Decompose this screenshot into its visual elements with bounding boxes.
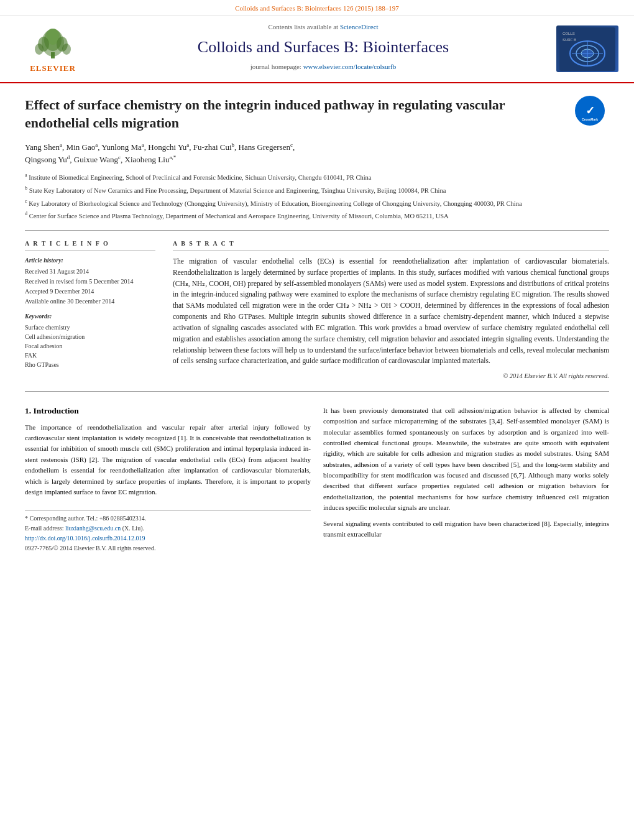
corresponding-author: * Corresponding author. Tel.: +86 028854…	[25, 514, 311, 523]
history-label: Article history:	[25, 256, 155, 265]
intro-para-1: The importance of reendothelialization a…	[25, 422, 311, 498]
elsevier-brand-text: ELSEVIER	[30, 63, 76, 74]
homepage-line: journal homepage: www.elsevier.com/locat…	[101, 62, 546, 72]
journal-citation-text: Colloids and Surfaces B: Biointerfaces 1…	[235, 4, 399, 12]
affiliation-b: b State Key Laboratory of New Ceramics a…	[25, 185, 609, 196]
crossmark-icon: ✓ CrossMark	[575, 96, 605, 126]
email-line: E-mail address: liuxianhg@scu.edu.cn (X.…	[25, 524, 311, 533]
info-abstract-section: A R T I C L E I N F O Article history: R…	[25, 239, 609, 381]
body-content: 1. Introduction The importance of reendo…	[25, 400, 609, 555]
crossmark-svg: ✓ CrossMark	[578, 99, 602, 122]
svg-text:SURF B: SURF B	[563, 38, 576, 42]
accepted-date: Accepted 9 December 2014	[25, 287, 155, 296]
copyright-line: © 2014 Elsevier B.V. All rights reserved…	[173, 372, 609, 381]
svg-text:COLLS: COLLS	[563, 32, 575, 35]
intro-heading: 1. Introduction	[25, 405, 311, 417]
elsevier-tree-icon	[28, 24, 78, 62]
keywords-label: Keywords:	[25, 312, 155, 321]
received-revised-date: Received in revised form 5 December 2014	[25, 277, 155, 286]
body-right-column: It has been previously demonstrated that…	[323, 405, 609, 555]
article-title-text: Effect of surface chemistry on the integ…	[25, 97, 505, 131]
svg-point-7	[62, 44, 71, 55]
crossmark-badge[interactable]: ✓ CrossMark	[575, 96, 609, 130]
abstract-column: A B S T R A C T The migration of vascula…	[173, 239, 609, 381]
article-info-column: A R T I C L E I N F O Article history: R…	[25, 239, 155, 381]
right-para-1: It has been previously demonstrated that…	[323, 405, 609, 514]
keyword-3: Focal adhesion	[25, 342, 155, 351]
affiliation-c: c Key Laboratory of Biorheological Scien…	[25, 198, 609, 209]
affiliations-block: a Institute of Biomedical Engineering, S…	[25, 172, 609, 221]
journal-citation-bar: Colloids and Surfaces B: Biointerfaces 1…	[0, 0, 634, 16]
affiliation-a: a Institute of Biomedical Engineering, S…	[25, 172, 609, 183]
footnote-section: * Corresponding author. Tel.: +86 028854…	[25, 510, 311, 553]
keywords-section: Keywords: Surface chemistry Cell adhesio…	[25, 312, 155, 369]
affiliation-d: d Center for Surface Science and Plasma …	[25, 210, 609, 221]
keyword-2: Cell adhesion/migration	[25, 333, 155, 341]
keyword-1: Surface chemistry	[25, 323, 155, 332]
main-content: Effect of surface chemistry on the integ…	[0, 83, 634, 567]
body-left-column: 1. Introduction The importance of reendo…	[25, 405, 311, 555]
journal-title: Colloids and Surfaces B: Biointerfaces	[101, 36, 546, 58]
abstract-heading: A B S T R A C T	[173, 239, 609, 251]
journal-center-info: Contents lists available at ScienceDirec…	[101, 22, 546, 75]
footer-copyright: 0927-7765/© 2014 Elsevier B.V. All right…	[25, 544, 311, 553]
contents-available-line: Contents lists available at ScienceDirec…	[101, 22, 546, 32]
keyword-4: FAK	[25, 351, 155, 360]
doi-line[interactable]: http://dx.doi.org/10.1016/j.colsurfb.201…	[25, 534, 311, 543]
right-para-2: Several signaling events contributed to …	[323, 519, 609, 540]
svg-text:✓: ✓	[586, 104, 595, 117]
divider-2	[25, 391, 609, 392]
journal-right-logo: COLLS SURF B	[553, 25, 622, 72]
journal-header: ELSEVIER Contents lists available at Sci…	[0, 16, 634, 83]
authors-line: Yang Shena, Min Gaoa, Yunlong Maa, Hongc…	[25, 141, 609, 165]
abstract-text: The migration of vascular endothelial ce…	[173, 256, 609, 367]
elsevier-logo-area: ELSEVIER	[12, 24, 93, 74]
colsurfb-logo: COLLS SURF B	[556, 25, 618, 72]
received-date: Received 31 August 2014	[25, 267, 155, 276]
email-link[interactable]: liuxianhg@scu.edu.cn	[65, 525, 121, 532]
svg-text:CrossMark: CrossMark	[582, 118, 598, 121]
article-title-block: Effect of surface chemistry on the integ…	[25, 96, 609, 132]
colsurfb-logo-graphic: COLLS SURF B	[559, 27, 615, 71]
science-direct-link[interactable]: ScienceDirect	[340, 23, 379, 30]
body-right-text: It has been previously demonstrated that…	[323, 405, 609, 540]
article-info-heading: A R T I C L E I N F O	[25, 239, 155, 251]
svg-point-6	[35, 44, 44, 55]
doi-link[interactable]: http://dx.doi.org/10.1016/j.colsurfb.201…	[25, 535, 145, 542]
homepage-link[interactable]: www.elsevier.com/locate/colsurfb	[303, 63, 397, 70]
body-left-text: The importance of reendothelialization a…	[25, 422, 311, 498]
divider-1	[25, 230, 609, 231]
keyword-5: Rho GTPases	[25, 361, 155, 369]
available-date: Available online 30 December 2014	[25, 297, 155, 306]
